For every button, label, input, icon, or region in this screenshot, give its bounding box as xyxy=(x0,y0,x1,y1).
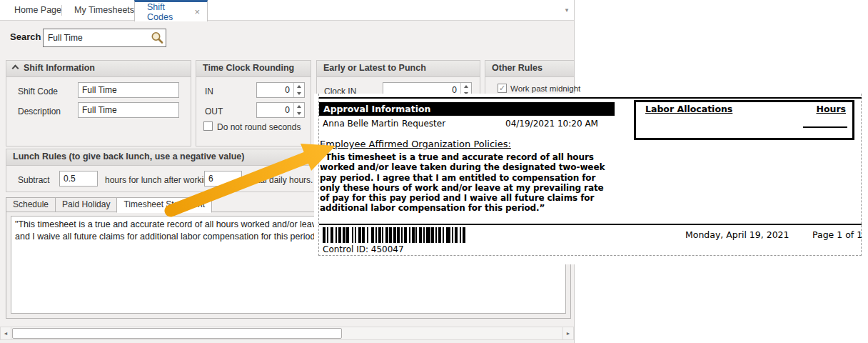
rounding-in-value: 0 xyxy=(257,83,293,97)
tab-paid-holiday[interactable]: Paid Holiday xyxy=(55,197,117,212)
daily-hours-suffix-label: total daily hours. xyxy=(251,175,313,185)
detail-tab-strip: Schedule Paid Holiday Timesheet Statemen… xyxy=(6,197,211,213)
horizontal-scrollbar[interactable]: ◄ ► xyxy=(0,327,574,340)
spinner-up-icon[interactable] xyxy=(294,103,304,110)
scroll-right-arrow-icon[interactable]: ► xyxy=(562,327,573,339)
policies-heading: Employee Affirmed Organization Policies: xyxy=(320,139,511,149)
collapse-chevron-up-icon[interactable] xyxy=(12,64,19,71)
group-time-clock-rounding-title: Time Clock Rounding xyxy=(196,61,311,77)
document-top-rule xyxy=(319,97,862,99)
tab-bar: Home Page My Timesheets Shift Codes × ▾ xyxy=(0,0,574,21)
close-icon[interactable]: × xyxy=(194,7,200,16)
spinner-buttons xyxy=(293,83,304,97)
approval-datetime: 04/19/2021 10:20 AM xyxy=(505,119,598,129)
rounding-in-spinner[interactable]: 0 xyxy=(256,82,305,98)
tab-separator xyxy=(61,5,62,16)
footer-date: Monday, April 19, 2021 xyxy=(685,229,789,240)
spinner-up-icon[interactable] xyxy=(294,83,304,90)
description-label: Description xyxy=(18,106,61,116)
document-bottom-rule xyxy=(319,224,862,225)
spinner-down-icon[interactable] xyxy=(294,90,304,97)
group-other-rules-title: Other Rules xyxy=(485,61,574,77)
barcode xyxy=(323,227,465,243)
spinner-up-icon[interactable] xyxy=(461,83,471,90)
do-not-round-seconds-label: Do not round seconds xyxy=(217,122,301,132)
search-box xyxy=(43,29,166,47)
shift-code-label: Shift Code xyxy=(18,86,58,96)
screen: Home Page My Timesheets Shift Codes × ▾ … xyxy=(0,0,868,343)
search-input[interactable] xyxy=(44,33,149,43)
subtract-label: Subtract xyxy=(18,175,50,185)
labor-allocations-box: Labor Allocations Hours xyxy=(634,100,854,140)
group-early-or-latest-title: Early or Latest to Punch xyxy=(317,61,480,77)
approval-information-header: Approval Information xyxy=(319,102,615,116)
rounding-out-value: 0 xyxy=(257,103,293,117)
tab-schedule[interactable]: Schedule xyxy=(6,197,56,212)
lunch-hours-input[interactable]: 0.5 xyxy=(59,171,98,187)
approver-name: Anna Belle Martin xyxy=(323,119,398,129)
group-shift-information-header: Shift Information xyxy=(6,61,191,77)
rounding-out-spinner[interactable]: 0 xyxy=(256,102,305,118)
policy-text: “This timesheet is a true and accurate r… xyxy=(320,152,610,214)
hours-total-line xyxy=(803,126,847,128)
footer-page-number: Page 1 of 1 xyxy=(812,229,862,240)
print-preview-document: Approval Information Anna Belle Martin R… xyxy=(314,94,868,264)
daily-hours-threshold-input[interactable]: 6 xyxy=(204,171,242,187)
tab-shift-codes[interactable]: Shift Codes × xyxy=(134,0,208,21)
spinner-buttons xyxy=(293,103,304,117)
tab-shift-codes-label: Shift Codes xyxy=(147,2,186,22)
shift-code-input[interactable]: Full Time xyxy=(78,82,179,98)
page-margin-guide xyxy=(318,255,862,256)
tab-overflow-chevron-down-icon[interactable]: ▾ xyxy=(561,4,572,16)
lunch-after-label: hours for lunch after working xyxy=(105,175,213,185)
tab-timesheet-statement[interactable]: Timesheet Statement xyxy=(116,197,212,213)
group-shift-information: Shift Information Shift Code Full Time D… xyxy=(6,60,191,146)
description-input[interactable]: Full Time xyxy=(78,102,179,118)
control-id-text: Control ID: 450047 xyxy=(323,244,404,254)
group-time-clock-rounding: Time Clock Rounding IN 0 OUT 0 Do not ro… xyxy=(196,60,311,146)
approver-role: Requester xyxy=(402,119,445,129)
spinner-down-icon[interactable] xyxy=(294,110,304,117)
scrollbar-thumb[interactable] xyxy=(12,328,342,339)
hours-column-label: Hours xyxy=(816,104,846,114)
work-past-midnight-label: Work past midnight xyxy=(510,84,580,93)
tab-my-timesheets[interactable]: My Timesheets xyxy=(66,0,143,21)
tab-home-page[interactable]: Home Page xyxy=(6,0,70,21)
scroll-left-arrow-icon[interactable]: ◄ xyxy=(1,327,11,339)
search-label: Search xyxy=(10,31,41,42)
search-icon[interactable] xyxy=(149,30,165,46)
group-shift-information-title: Shift Information xyxy=(24,63,95,73)
do-not-round-seconds-checkbox[interactable] xyxy=(203,121,213,131)
rounding-in-label: IN xyxy=(205,86,213,96)
rounding-out-label: OUT xyxy=(205,106,223,116)
page-margin-guide xyxy=(318,94,319,256)
labor-allocations-title: Labor Allocations xyxy=(645,104,732,114)
work-past-midnight-checkbox[interactable]: ✓ xyxy=(498,84,507,93)
